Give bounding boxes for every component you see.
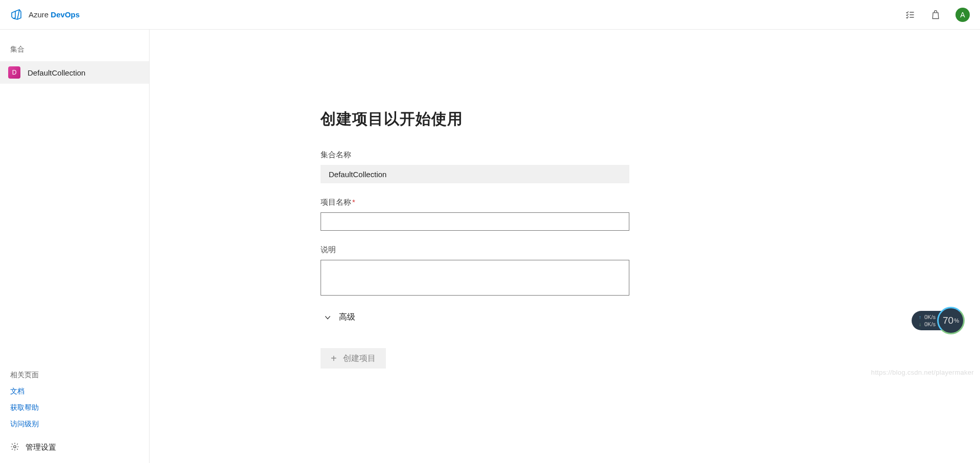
sidebar-link-docs[interactable]: 文档 <box>10 387 139 396</box>
project-name-input[interactable] <box>321 212 629 231</box>
create-project-button[interactable]: + 创建项目 <box>321 348 386 369</box>
main-content: 创建项目以开始使用 集合名称 DefaultCollection 项目名称* 说… <box>150 30 980 463</box>
network-percent-circle: 70% <box>937 307 965 334</box>
user-avatar[interactable]: A <box>955 8 970 22</box>
create-project-form: 创建项目以开始使用 集合名称 DefaultCollection 项目名称* 说… <box>321 109 629 369</box>
collection-name-label: 集合名称 <box>321 150 629 160</box>
sidebar-section-title: 集合 <box>0 41 149 61</box>
sidebar-related-title: 相关页面 <box>10 371 139 380</box>
brand-text: Azure DevOps <box>29 10 80 19</box>
sidebar-item-label: DefaultCollection <box>28 68 85 77</box>
arrow-up-icon: ↑ <box>919 314 921 320</box>
arrow-down-icon: ↓ <box>919 322 921 327</box>
sidebar-link-help[interactable]: 获取帮助 <box>10 403 139 412</box>
azure-devops-logo-icon <box>10 9 22 21</box>
shopping-bag-icon[interactable] <box>930 9 941 20</box>
sidebar-settings-label: 管理设置 <box>26 443 56 452</box>
svg-point-0 <box>14 446 16 448</box>
sidebar-settings[interactable]: 管理设置 <box>10 442 139 453</box>
avatar-initial: A <box>960 11 965 19</box>
gear-icon <box>10 442 19 453</box>
collection-name-readonly: DefaultCollection <box>321 165 629 183</box>
network-widget[interactable]: ↑ 0K/s ↓ 0K/s 70% <box>912 307 965 334</box>
chevron-down-icon <box>324 313 332 322</box>
advanced-expander[interactable]: 高级 <box>321 312 629 323</box>
sidebar-link-access-level[interactable]: 访问级别 <box>10 420 139 429</box>
sidebar: 集合 D DefaultCollection 相关页面 文档 获取帮助 访问级别 <box>0 30 150 463</box>
advanced-label: 高级 <box>339 312 355 323</box>
task-list-icon[interactable] <box>904 9 916 20</box>
description-label: 说明 <box>321 245 629 255</box>
plus-icon: + <box>331 353 337 363</box>
create-button-label: 创建项目 <box>343 353 376 364</box>
watermark-text: https://blog.csdn.net/playermaker <box>871 369 974 376</box>
header-brand[interactable]: Azure DevOps <box>10 9 80 21</box>
page-title: 创建项目以开始使用 <box>321 109 629 130</box>
collection-avatar-icon: D <box>8 66 20 79</box>
header-actions: A <box>904 8 970 22</box>
sidebar-item-default-collection[interactable]: D DefaultCollection <box>0 61 149 84</box>
top-header: Azure DevOps A <box>0 0 980 30</box>
description-textarea[interactable] <box>321 260 629 296</box>
project-name-label: 项目名称* <box>321 198 629 207</box>
